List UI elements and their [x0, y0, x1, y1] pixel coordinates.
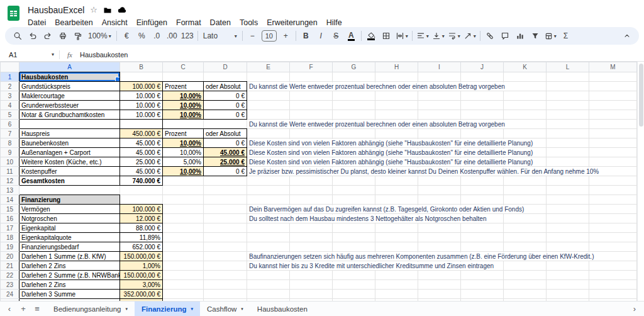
cell-K2[interactable] — [504, 82, 547, 91]
cell-C21[interactable] — [163, 261, 204, 271]
row-header-19[interactable]: 19 — [1, 242, 19, 252]
cell-B2[interactable]: 100.000 € — [120, 82, 163, 91]
sheet-tab-bedienungsanleitung[interactable]: Bedienungsanleitung▾ — [47, 302, 135, 316]
row-header-14[interactable]: 14 — [1, 195, 19, 205]
cell-K3[interactable] — [504, 91, 547, 101]
row-header-18[interactable]: 18 — [1, 233, 19, 242]
row-header-5[interactable]: 5 — [1, 110, 19, 120]
cell-A8[interactable]: Baunebenkosten — [19, 138, 120, 148]
cell-A21[interactable]: Darlehen 2 Zins — [19, 261, 120, 271]
cell-D21[interactable] — [204, 261, 247, 271]
scrollbar-thumb[interactable] — [639, 64, 643, 127]
cell-K4[interactable] — [504, 101, 547, 110]
cell-C16[interactable] — [163, 214, 204, 223]
cell-M14[interactable] — [589, 195, 637, 205]
cell-E18[interactable] — [247, 233, 290, 242]
column-header-J[interactable]: J — [461, 62, 504, 72]
cell-L1[interactable] — [547, 72, 589, 82]
cell-D9[interactable]: 45.000 € — [204, 148, 247, 157]
cell-J14[interactable] — [461, 195, 504, 205]
cell-E8[interactable]: Diese Kosten sind von vielen Faktoren ab… — [247, 138, 290, 148]
cell-E21[interactable]: Du kannst hier bis zu 3 Kredite mit unte… — [247, 261, 290, 271]
column-header-D[interactable]: D — [204, 62, 247, 72]
column-header-M[interactable]: M — [589, 62, 637, 72]
cell-L6[interactable] — [547, 120, 589, 129]
cell-M5[interactable] — [589, 110, 637, 120]
scroll-tabs-right-icon[interactable]: › — [628, 305, 641, 313]
name-box[interactable]: A1 ▾ — [0, 48, 54, 61]
cell-F7[interactable] — [290, 129, 333, 138]
cell-C4[interactable]: 10,00% — [163, 101, 204, 110]
cell-D7[interactable]: oder Absolut — [204, 129, 247, 138]
cell-F24[interactable] — [290, 290, 333, 299]
sheet-tab-cashflow[interactable]: Cashflow▾ — [200, 302, 250, 316]
cell-C1[interactable] — [163, 72, 204, 82]
row-header-17[interactable]: 17 — [1, 223, 19, 233]
cell-H22[interactable] — [375, 271, 418, 280]
cell-C20[interactable] — [163, 252, 204, 261]
cell-H4[interactable] — [375, 101, 418, 110]
cell-C23[interactable] — [163, 280, 204, 290]
cell-M24[interactable] — [589, 290, 637, 299]
cell-L21[interactable] — [547, 261, 589, 271]
cell-K24[interactable] — [504, 290, 547, 299]
cell-C7[interactable]: Prozent — [163, 129, 204, 138]
cell-F12[interactable] — [290, 176, 333, 186]
row-header-4[interactable]: 4 — [1, 101, 19, 110]
cell-E20[interactable]: Baufinanzierungen setzen sich häufig aus… — [247, 252, 290, 261]
format-currency-button[interactable]: € — [119, 28, 134, 43]
column-header-F[interactable]: F — [290, 62, 333, 72]
cell-B4[interactable]: 10.000 € — [120, 101, 163, 110]
cell-D12[interactable] — [204, 176, 247, 186]
cell-E19[interactable] — [247, 242, 290, 252]
cell-E7[interactable] — [247, 129, 290, 138]
cell-C14[interactable] — [163, 195, 204, 205]
text-wrap-icon[interactable]: ▾ — [447, 28, 462, 43]
cell-M10[interactable] — [589, 157, 637, 167]
cell-L16[interactable] — [547, 214, 589, 223]
cell-B6[interactable] — [120, 120, 163, 129]
cell-F3[interactable] — [290, 91, 333, 101]
cell-K12[interactable] — [504, 176, 547, 186]
cell-D18[interactable] — [204, 233, 247, 242]
column-header-E[interactable]: E — [247, 62, 290, 72]
cell-E15[interactable]: Dein Barvermögen auf das Du zugreifen ka… — [247, 205, 290, 214]
cell-L2[interactable] — [547, 82, 589, 91]
cell-G12[interactable] — [333, 176, 375, 186]
cell-G23[interactable] — [333, 280, 375, 290]
cell-H24[interactable] — [375, 290, 418, 299]
cell-I4[interactable] — [418, 101, 461, 110]
increase-font-size-button[interactable]: + — [279, 28, 293, 43]
font-size-input[interactable]: 10 — [262, 30, 277, 42]
cell-H13[interactable] — [375, 186, 418, 195]
cell-H5[interactable] — [375, 110, 418, 120]
cell-G22[interactable] — [333, 271, 375, 280]
cell-A11[interactable]: Kostenpuffer — [19, 167, 120, 176]
cell-D13[interactable] — [204, 186, 247, 195]
cell-B17[interactable]: 88.000 € — [120, 223, 163, 233]
cell-L18[interactable] — [547, 233, 589, 242]
italic-button[interactable]: I — [314, 28, 328, 43]
cell-K16[interactable] — [504, 214, 547, 223]
cell-A2[interactable]: Grundstückspreis — [19, 82, 120, 91]
cell-G25[interactable] — [333, 299, 375, 302]
row-header-9[interactable]: 9 — [1, 148, 19, 157]
menus-search-icon[interactable] — [10, 28, 25, 43]
star-icon[interactable]: ☆ — [90, 6, 97, 14]
cell-L12[interactable] — [547, 176, 589, 186]
cell-C25[interactable] — [163, 299, 204, 302]
cell-I24[interactable] — [418, 290, 461, 299]
cell-H12[interactable] — [375, 176, 418, 186]
sheet-tab-hausbaukosten[interactable]: Hausbaukosten — [250, 302, 314, 316]
cell-G18[interactable] — [333, 233, 375, 242]
move-folder-icon[interactable] — [103, 6, 112, 14]
cell-A19[interactable]: Finanzierungsbedarf — [19, 242, 120, 252]
cell-H7[interactable] — [375, 129, 418, 138]
cell-D20[interactable] — [204, 252, 247, 261]
cell-A14[interactable]: Finanzierung — [19, 195, 120, 205]
cell-L17[interactable] — [547, 223, 589, 233]
cell-C17[interactable] — [163, 223, 204, 233]
row-header-24[interactable]: 24 — [1, 290, 19, 299]
cell-F18[interactable] — [290, 233, 333, 242]
cell-D24[interactable] — [204, 290, 247, 299]
